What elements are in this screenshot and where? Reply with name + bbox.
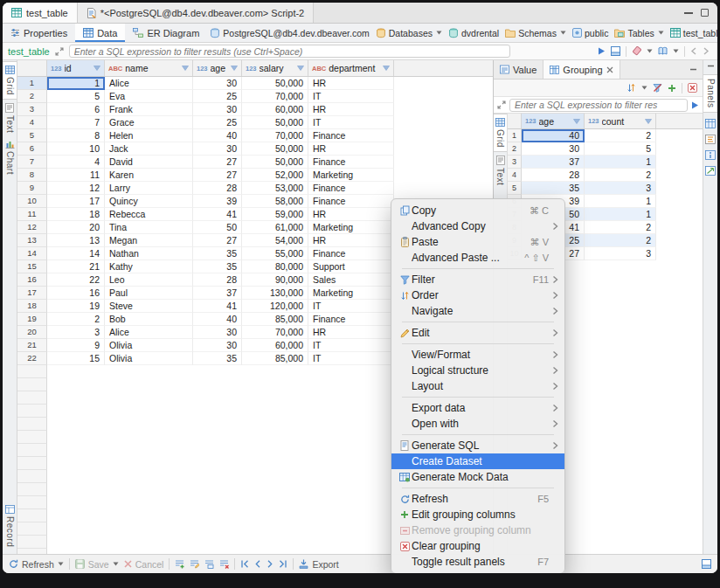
cell[interactable]: 59,000 bbox=[242, 208, 308, 221]
row-number[interactable]: 21 bbox=[17, 339, 47, 352]
cell[interactable]: 61,000 bbox=[242, 221, 308, 234]
edit-row-icon[interactable] bbox=[190, 559, 199, 569]
add-grouping-column-icon[interactable] bbox=[668, 84, 676, 93]
menu-item-advanced-paste[interactable]: Advanced Paste ...^ ⇧ V bbox=[395, 250, 561, 266]
refresh-button[interactable]: Refresh bbox=[9, 559, 64, 570]
cell[interactable]: IT bbox=[308, 116, 394, 129]
presentation-tab-text[interactable]: Text bbox=[3, 100, 17, 136]
menu-item-navigate[interactable]: Navigate bbox=[395, 303, 561, 319]
cell[interactable]: Grace bbox=[105, 116, 193, 129]
filter-caret-icon[interactable] bbox=[297, 66, 304, 71]
menu-item-filter[interactable]: FilterF11 bbox=[395, 272, 561, 287]
cell[interactable]: Alice bbox=[105, 326, 193, 339]
row-number[interactable] bbox=[17, 418, 47, 431]
cell[interactable]: 1 bbox=[585, 195, 656, 208]
cell[interactable]: Frank bbox=[105, 103, 193, 116]
cell[interactable]: 35 bbox=[193, 247, 242, 260]
cell[interactable]: 40 bbox=[193, 129, 242, 142]
cell[interactable]: HR bbox=[308, 326, 394, 339]
chevron-down-icon[interactable] bbox=[641, 86, 647, 90]
cell[interactable]: 50,000 bbox=[242, 142, 308, 156]
breadcrumb-item-postgresql-db4-dev-dbeaver-com[interactable]: PostgreSQL@db4.dev.dbeaver.com bbox=[207, 28, 371, 38]
cell[interactable]: 2 bbox=[585, 129, 656, 142]
cell[interactable]: Marketing bbox=[308, 169, 394, 182]
expand-filter-icon[interactable] bbox=[497, 100, 506, 109]
cell[interactable]: 30 bbox=[193, 142, 242, 156]
cell[interactable]: 30 bbox=[193, 103, 242, 116]
cell[interactable]: 50,000 bbox=[242, 77, 308, 90]
panels-tab[interactable]: Panels bbox=[703, 74, 717, 113]
clear-filter-icon[interactable] bbox=[632, 46, 641, 56]
breadcrumb-item-test-table[interactable]: test_table bbox=[668, 28, 717, 38]
tab-grouping[interactable]: Grouping bbox=[543, 60, 620, 79]
cell[interactable]: David bbox=[105, 156, 193, 169]
cell[interactable]: 2 bbox=[47, 313, 105, 326]
grouping-filter-input[interactable] bbox=[509, 99, 688, 112]
cell[interactable]: Eva bbox=[105, 90, 193, 103]
row-number[interactable]: 1 bbox=[508, 129, 522, 142]
cell[interactable]: Alice bbox=[105, 77, 193, 90]
menu-item-advanced-copy[interactable]: Advanced Copy bbox=[395, 218, 561, 234]
export-button[interactable]: Export bbox=[299, 559, 338, 570]
minimize-window-icon[interactable] bbox=[684, 12, 693, 14]
menu-item-create-dataset[interactable]: Create Dataset bbox=[391, 453, 564, 469]
chevron-down-icon[interactable] bbox=[647, 49, 653, 53]
cell[interactable]: 52,000 bbox=[242, 169, 308, 182]
column-header-count[interactable]: 123count bbox=[585, 114, 656, 128]
row-number[interactable]: 12 bbox=[17, 221, 47, 234]
cell[interactable]: 37 bbox=[522, 156, 585, 169]
cell[interactable]: 10 bbox=[47, 142, 105, 156]
minimize-panels-icon[interactable] bbox=[707, 62, 715, 70]
row-number[interactable]: 17 bbox=[17, 287, 47, 300]
cell[interactable]: HR bbox=[308, 103, 394, 116]
row-number[interactable]: 11 bbox=[17, 208, 47, 221]
tab-er-diagram[interactable]: ER Diagram bbox=[125, 24, 207, 42]
cell[interactable]: Finance bbox=[308, 182, 394, 195]
cell[interactable]: 70,000 bbox=[242, 90, 308, 103]
row-number[interactable] bbox=[17, 431, 47, 444]
column-header-salary[interactable]: 123salary bbox=[242, 60, 308, 76]
breadcrumb-item-databases[interactable]: Databases bbox=[373, 28, 445, 38]
menu-item-edit-grouping-columns[interactable]: Edit grouping columns bbox=[395, 507, 561, 522]
menu-item-refresh[interactable]: RefreshF5 bbox=[395, 491, 561, 507]
filter-caret-icon[interactable] bbox=[573, 119, 580, 124]
cell[interactable]: 27 bbox=[193, 156, 242, 169]
breadcrumb-item-public[interactable]: public bbox=[570, 28, 611, 38]
row-number[interactable] bbox=[17, 391, 47, 405]
cell[interactable]: 8 bbox=[47, 129, 105, 142]
calc-panel-icon[interactable] bbox=[705, 135, 716, 144]
cell[interactable]: 4 bbox=[47, 156, 105, 169]
maximize-window-icon[interactable] bbox=[701, 9, 709, 17]
cell[interactable]: 3 bbox=[585, 182, 656, 195]
clear-grouping-icon[interactable] bbox=[688, 83, 697, 93]
cell[interactable]: 55,000 bbox=[242, 247, 308, 260]
filter-caret-icon[interactable] bbox=[231, 66, 238, 71]
presentation-tab-chart[interactable]: Chart bbox=[3, 136, 17, 178]
cell[interactable]: 41 bbox=[193, 300, 242, 313]
cell[interactable]: 20 bbox=[47, 221, 105, 234]
cell[interactable]: Helen bbox=[105, 129, 193, 142]
column-header-age[interactable]: 123age bbox=[193, 60, 242, 76]
cell[interactable]: 28 bbox=[193, 182, 242, 195]
duplicate-row-icon[interactable] bbox=[204, 559, 214, 569]
next-page-icon[interactable] bbox=[267, 560, 273, 568]
cell[interactable]: 9 bbox=[47, 339, 105, 352]
row-number[interactable]: 4 bbox=[17, 116, 47, 129]
cell[interactable]: Finance bbox=[308, 195, 394, 208]
grouping-presentation-tab-grid[interactable]: Grid bbox=[494, 114, 507, 152]
cell[interactable]: 30 bbox=[193, 326, 242, 339]
cell[interactable]: 5 bbox=[585, 142, 656, 156]
cell[interactable]: Olivia bbox=[105, 352, 193, 365]
cell[interactable]: IT bbox=[308, 339, 394, 352]
menu-item-copy[interactable]: Copy⌘ C bbox=[395, 203, 561, 218]
cell[interactable]: 60,000 bbox=[242, 339, 308, 352]
row-number[interactable]: 6 bbox=[17, 142, 47, 156]
cell[interactable]: Nathan bbox=[105, 247, 193, 260]
cell[interactable]: 70,000 bbox=[242, 326, 308, 339]
cell[interactable]: 12 bbox=[47, 182, 105, 195]
menu-item-order[interactable]: Order bbox=[395, 287, 561, 303]
row-number[interactable]: 9 bbox=[17, 182, 47, 195]
menu-item-open-with[interactable]: Open with bbox=[395, 416, 561, 432]
cell[interactable]: 40 bbox=[193, 313, 242, 326]
menu-item-paste[interactable]: Paste⌘ V bbox=[395, 234, 561, 250]
